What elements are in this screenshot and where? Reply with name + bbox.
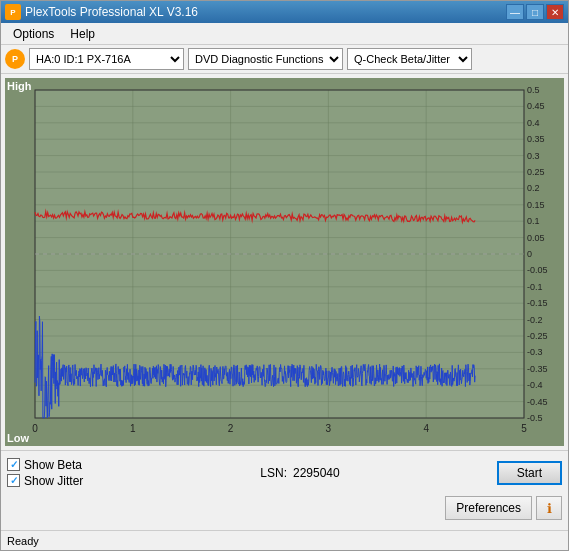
device-icon: P [5,49,25,69]
show-jitter-label: Show Jitter [24,474,83,488]
show-beta-check-icon: ✓ [10,459,18,470]
window-controls: — □ ✕ [506,4,564,20]
chart-canvas [5,78,564,446]
show-jitter-checkbox[interactable]: ✓ [7,474,20,487]
show-beta-checkbox[interactable]: ✓ [7,458,20,471]
chart-high-label: High [7,80,31,92]
status-bar: Ready [1,530,568,550]
show-jitter-row: ✓ Show Jitter [7,474,83,488]
chart-area: High Low [5,78,564,446]
lsn-value: 2295040 [293,466,340,480]
test-select[interactable]: Q-Check Beta/Jitter Test [347,48,472,70]
menu-options[interactable]: Options [5,25,62,43]
buttons-area: Start [497,461,562,485]
preferences-button[interactable]: Preferences [445,496,532,520]
status-text: Ready [7,535,39,547]
device-select[interactable]: HA:0 ID:1 PX-716A [29,48,184,70]
lsn-area: LSN: 2295040 [260,466,339,480]
lsn-label: LSN: [260,466,287,480]
app-icon-text: P [10,8,15,17]
window-title: PlexTools Professional XL V3.16 [25,5,198,19]
title-bar-left: P PlexTools Professional XL V3.16 [5,4,198,20]
close-button[interactable]: ✕ [546,4,564,20]
app-icon: P [5,4,21,20]
checkboxes: ✓ Show Beta ✓ Show Jitter [7,458,83,488]
device-icon-text: P [12,54,18,64]
chart-low-label: Low [7,432,29,444]
maximize-button[interactable]: □ [526,4,544,20]
bottom-panel: ✓ Show Beta ✓ Show Jitter LSN: 2295040 S… [1,450,568,530]
function-select[interactable]: DVD Diagnostic Functions [188,48,343,70]
title-bar: P PlexTools Professional XL V3.16 — □ ✕ [1,1,568,23]
minimize-button[interactable]: — [506,4,524,20]
toolbar: P HA:0 ID:1 PX-716A DVD Diagnostic Funct… [1,45,568,74]
main-window: P PlexTools Professional XL V3.16 — □ ✕ … [0,0,569,551]
start-button[interactable]: Start [497,461,562,485]
show-beta-label: Show Beta [24,458,82,472]
info-button[interactable]: ℹ [536,496,562,520]
bottom-buttons: Preferences ℹ [445,496,562,520]
bottom-row-1: ✓ Show Beta ✓ Show Jitter LSN: 2295040 S… [7,455,562,491]
show-beta-row: ✓ Show Beta [7,458,83,472]
bottom-row-2: Preferences ℹ [7,491,562,527]
menu-help[interactable]: Help [62,25,103,43]
menu-bar: Options Help [1,23,568,45]
show-jitter-check-icon: ✓ [10,475,18,486]
